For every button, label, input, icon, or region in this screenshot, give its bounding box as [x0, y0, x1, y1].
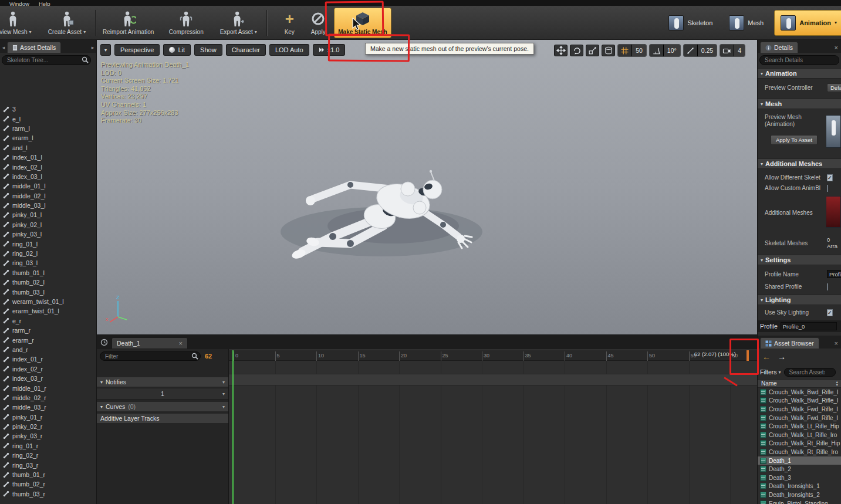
- preview-mesh-thumbnail[interactable]: [826, 115, 841, 148]
- scale-snap-toggle[interactable]: [684, 45, 697, 56]
- asset-list-item[interactable]: Crouch_Walk_Bwd_Rifle_I: [758, 388, 841, 397]
- angle-snap-value[interactable]: 10°: [663, 45, 680, 56]
- details-search-input[interactable]: [759, 55, 839, 65]
- asset-list-item[interactable]: Crouch_Walk_Fwd_Rifle_I: [758, 405, 841, 414]
- preview-mesh-button[interactable]: review Mesh▾: [0, 8, 35, 38]
- timeline-ruler[interactable]: 051015202530354045505560: [229, 350, 757, 361]
- notify-track-lane[interactable]: [229, 374, 757, 385]
- asset-list-item[interactable]: Death_Ironsights_1: [758, 482, 841, 491]
- menu-help[interactable]: Help: [39, 1, 50, 6]
- close-icon[interactable]: ×: [835, 44, 841, 53]
- angle-snap-toggle[interactable]: [650, 45, 663, 56]
- bone-tree-item[interactable]: erarm_twist_01_l: [0, 306, 96, 316]
- asset-list-item[interactable]: Death_Ironsights_2: [758, 491, 841, 499]
- bone-tree-item[interactable]: thumb_03_r: [0, 489, 96, 499]
- bone-tree-item[interactable]: ring_01_l: [0, 239, 96, 248]
- sort-icons[interactable]: ▲ ▼: [836, 381, 841, 387]
- preview-controller-select[interactable]: Defa: [827, 83, 841, 92]
- close-icon[interactable]: ×: [835, 340, 841, 349]
- bone-tree-item[interactable]: thumb_01_l: [0, 268, 96, 278]
- coordinate-system-button[interactable]: [602, 45, 615, 56]
- timeline-tab-death-1[interactable]: Death_1 ×: [112, 337, 188, 349]
- scale-tool-button[interactable]: [586, 45, 599, 56]
- viewport[interactable]: ▾ Perspective Lit Show Character LOD Aut…: [97, 40, 757, 334]
- bone-tree-item[interactable]: pinky_03_r: [0, 431, 96, 441]
- grid-snap-value[interactable]: 50: [631, 45, 646, 56]
- animation-section-header[interactable]: ▾ Animation: [758, 68, 841, 79]
- bone-tree-item[interactable]: index_03_r: [0, 374, 96, 383]
- asset-list-item[interactable]: Crouch_Walk_Rt_Rifle_Iro: [758, 448, 841, 456]
- bone-tree-item[interactable]: thumb_01_r: [0, 470, 96, 479]
- lighting-section-header[interactable]: ▾ Lighting: [758, 295, 841, 305]
- create-asset-button[interactable]: Create Asset▾: [42, 8, 92, 38]
- rotate-tool-button[interactable]: [570, 45, 583, 56]
- timeline-filter-input[interactable]: [100, 351, 201, 361]
- bone-tree-item[interactable]: ring_01_r: [0, 441, 96, 451]
- show-button[interactable]: Show: [194, 44, 222, 56]
- bone-tree-item[interactable]: pinky_03_l: [0, 229, 96, 239]
- asset-list-item[interactable]: Crouch_Walk_Bwd_Rifle_I: [758, 397, 841, 405]
- bone-tree-item[interactable]: index_02_r: [0, 364, 96, 374]
- allow-custom-animbp-checkbox[interactable]: [827, 185, 828, 192]
- bone-tree-item[interactable]: thumb_02_r: [0, 479, 96, 489]
- bone-tree-item[interactable]: index_01_l: [0, 153, 96, 162]
- bone-tree-item[interactable]: middle_03_r: [0, 402, 96, 412]
- additional-meshes-section-header[interactable]: ▾ Additional Meshes: [758, 158, 841, 169]
- bone-tree-item[interactable]: thumb_03_l: [0, 287, 96, 296]
- tab-scroll-right-icon[interactable]: ▸: [89, 45, 96, 53]
- asset-list-item[interactable]: Crouch_Walk_Fwd_Rifle_I: [758, 414, 841, 422]
- curves-header[interactable]: ▾ Curves (0) ▾: [97, 402, 228, 411]
- bone-tree-item[interactable]: erarm_r: [0, 335, 96, 344]
- tab-skeleton[interactable]: Skeleton: [663, 11, 718, 35]
- bone-tree-item[interactable]: werarm_twist_01_l: [0, 297, 96, 306]
- playhead[interactable]: [232, 350, 234, 504]
- bone-tree-item[interactable]: middle_02_l: [0, 191, 96, 201]
- camera-speed-button[interactable]: [720, 45, 734, 56]
- perspective-button[interactable]: Perspective: [114, 44, 160, 56]
- additive-layer-tracks-header[interactable]: Additive Layer Tracks: [97, 414, 228, 423]
- translate-tool-button[interactable]: [554, 45, 568, 56]
- skeleton-tree-search-input[interactable]: [2, 55, 91, 65]
- close-icon[interactable]: ×: [179, 340, 183, 347]
- bone-tree-item[interactable]: and_r: [0, 345, 96, 354]
- camera-speed-value[interactable]: 4: [734, 45, 745, 56]
- tab-asset-browser[interactable]: Asset Browser: [760, 337, 819, 349]
- apply-to-asset-button[interactable]: Apply To Asset: [771, 135, 818, 145]
- tab-asset-details[interactable]: Asset Details: [7, 42, 61, 53]
- bone-tree-item[interactable]: ring_03_r: [0, 460, 96, 469]
- bone-tree-item[interactable]: ring_03_l: [0, 258, 96, 268]
- character-button[interactable]: Character: [226, 44, 266, 56]
- bone-tree-item[interactable]: thumb_02_l: [0, 278, 96, 287]
- shared-profile-checkbox[interactable]: [827, 283, 828, 290]
- forward-arrow-icon[interactable]: →: [778, 352, 786, 361]
- make-static-mesh-button[interactable]: Make Static Mesh: [334, 8, 391, 38]
- mesh-section-header[interactable]: ▾ Mesh: [758, 99, 841, 109]
- reimport-animation-button[interactable]: Reimport Animation: [99, 8, 157, 38]
- bone-tree-item[interactable]: middle_02_r: [0, 393, 96, 402]
- bone-tree-item[interactable]: rarm_r: [0, 326, 96, 335]
- asset-search-input[interactable]: [784, 368, 836, 377]
- bone-tree-item[interactable]: pinky_01_r: [0, 412, 96, 422]
- bone-tree-item[interactable]: index_02_l: [0, 162, 96, 171]
- viewport-options-button[interactable]: ▾: [100, 44, 111, 56]
- tab-details[interactable]: Details: [760, 42, 798, 53]
- scale-snap-value[interactable]: 0.25: [697, 45, 717, 56]
- bone-tree-item[interactable]: ring_02_r: [0, 451, 96, 460]
- asset-list-item[interactable]: Crouch_Walk_Lt_Rifle_Hip: [758, 422, 841, 431]
- asset-list-name-header[interactable]: Name ▲ ▼: [758, 379, 841, 388]
- asset-list-item[interactable]: Crouch_Walk_Rt_Rifle_Hip: [758, 439, 841, 448]
- settings-section-header[interactable]: ▾ Settings: [758, 255, 841, 265]
- additional-meshes-thumbnail[interactable]: [826, 196, 841, 228]
- bone-tree-item[interactable]: and_l: [0, 143, 96, 153]
- tab-animation[interactable]: Animation ▾: [774, 10, 841, 36]
- caret-down-icon[interactable]: ▾: [222, 404, 225, 410]
- caret-down-icon[interactable]: ▾: [222, 391, 225, 397]
- bone-tree-item[interactable]: middle_03_l: [0, 201, 96, 210]
- lod-auto-button[interactable]: LOD Auto: [269, 44, 309, 56]
- lit-button[interactable]: Lit: [163, 44, 191, 56]
- bone-tree-item[interactable]: index_03_l: [0, 172, 96, 181]
- asset-list-item[interactable]: Equip_Pistol_Standing: [758, 499, 841, 504]
- bone-tree-item[interactable]: rarm_l: [0, 124, 96, 133]
- compression-button[interactable]: Compression: [161, 8, 211, 38]
- caret-down-icon[interactable]: ▾: [222, 380, 225, 385]
